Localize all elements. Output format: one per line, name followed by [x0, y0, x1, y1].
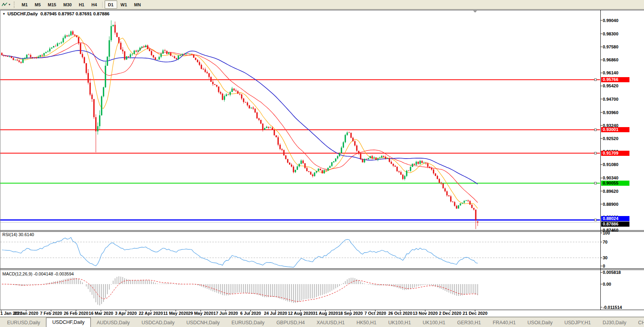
mt4-chart-screen: ▾ M1M5M15M30H1H4D1W1MN ▼USDCHF,Daily 0.8… [0, 0, 644, 327]
chart-tab-xauusd-h1[interactable]: XAUUSD,H1 [311, 319, 351, 327]
chart-tab-usdcad-daily[interactable]: USDCAD,Daily [136, 319, 180, 327]
chart-tab-audusd-daily[interactable]: AUDUSD,Daily [91, 319, 136, 327]
chart-tab-usdchf-daily[interactable]: USDCHF,Daily [46, 318, 91, 327]
chart-tabs-bar: EURUSD,DailyUSDCHF,DailyAUDUSD,DailyUSDC… [0, 317, 644, 327]
chart-tab-eurusd-daily[interactable]: EURUSD,Daily [1, 319, 46, 327]
chart-tab-usdjpy-h1[interactable]: USDJPY,H1 [559, 319, 597, 327]
price-chart-canvas[interactable] [0, 0, 644, 317]
chart-tab-fra40-h1[interactable]: FRA40,H1 [487, 319, 521, 327]
chart-tab-hk50-h1[interactable]: HK50,H1 [351, 319, 383, 327]
chart-tab-uk100-h1[interactable]: UK100,H1 [382, 319, 417, 327]
chart-tab-dj30-daily[interactable]: DJ30,Daily [597, 319, 632, 327]
chart-tab-usdcnh-daily[interactable]: USDCNH,Daily [180, 319, 226, 327]
chart-tab-gbpusd-h4[interactable]: GBPUSD,H4 [270, 319, 311, 327]
chart-shift-marker-icon[interactable] [473, 11, 477, 13]
chart-tab-ger30-h1[interactable]: GER30,H1 [451, 319, 487, 327]
chart-tab-china300-h1[interactable]: CHINA300,H1 [632, 319, 644, 327]
chart-tab-uk100-h1[interactable]: UK100,H1 [417, 319, 451, 327]
chart-tab-usoil-daily[interactable]: USOil,Daily [522, 319, 559, 327]
chart-tab-eurusd-daily[interactable]: EURUSD,Daily [226, 319, 270, 327]
